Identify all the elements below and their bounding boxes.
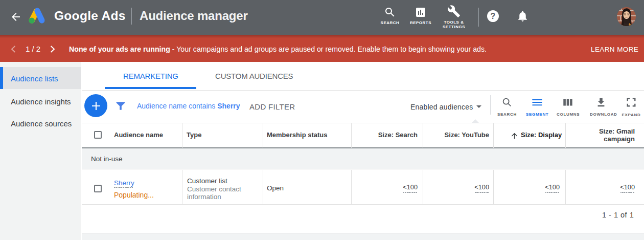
svg-text:?: ? — [491, 12, 496, 20]
